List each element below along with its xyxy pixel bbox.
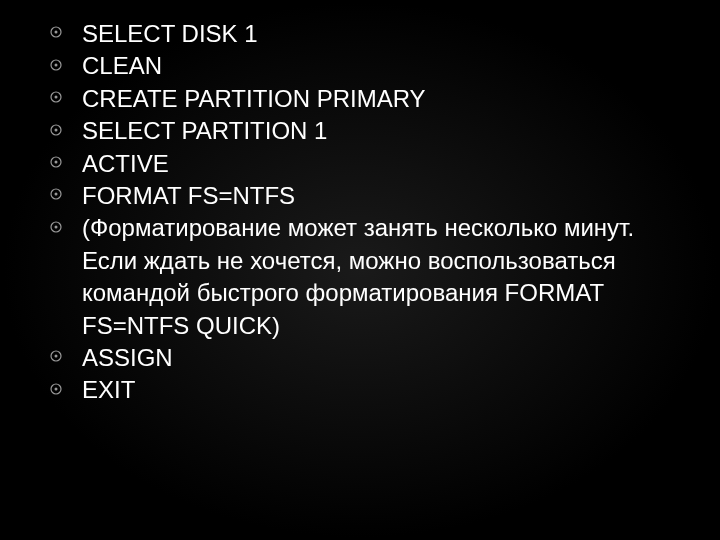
- list-item: ASSIGN: [50, 342, 670, 374]
- svg-point-1: [55, 31, 58, 34]
- svg-point-9: [55, 160, 58, 163]
- bullet-icon: [50, 59, 62, 71]
- svg-point-13: [55, 225, 58, 228]
- svg-point-7: [55, 128, 58, 131]
- item-text: (Форматирование может занять несколько м…: [82, 212, 670, 342]
- item-text: ASSIGN: [82, 342, 670, 374]
- item-text: CLEAN: [82, 50, 670, 82]
- bullet-icon: [50, 188, 62, 200]
- bullet-icon: [50, 124, 62, 136]
- list-item: (Форматирование может занять несколько м…: [50, 212, 670, 342]
- bullet-icon: [50, 26, 62, 38]
- item-text: SELECT PARTITION 1: [82, 115, 670, 147]
- bullet-icon: [50, 91, 62, 103]
- svg-point-5: [55, 96, 58, 99]
- list-item: FORMAT FS=NTFS: [50, 180, 670, 212]
- bullet-icon: [50, 156, 62, 168]
- svg-point-11: [55, 193, 58, 196]
- item-text: FORMAT FS=NTFS: [82, 180, 670, 212]
- list-item: CREATE PARTITION PRIMARY: [50, 83, 670, 115]
- list-item: ACTIVE: [50, 148, 670, 180]
- list-item: SELECT PARTITION 1: [50, 115, 670, 147]
- list-item: CLEAN: [50, 50, 670, 82]
- bullet-icon: [50, 350, 62, 362]
- svg-point-3: [55, 63, 58, 66]
- svg-point-15: [55, 355, 58, 358]
- list-item: SELECT DISK 1: [50, 18, 670, 50]
- item-text: CREATE PARTITION PRIMARY: [82, 83, 670, 115]
- command-list: SELECT DISK 1 CLEAN CREATE PARTITION PRI…: [50, 18, 670, 407]
- svg-point-17: [55, 387, 58, 390]
- item-text: ACTIVE: [82, 148, 670, 180]
- item-text: SELECT DISK 1: [82, 18, 670, 50]
- bullet-icon: [50, 383, 62, 395]
- bullet-icon: [50, 221, 62, 233]
- list-item: EXIT: [50, 374, 670, 406]
- item-text: EXIT: [82, 374, 670, 406]
